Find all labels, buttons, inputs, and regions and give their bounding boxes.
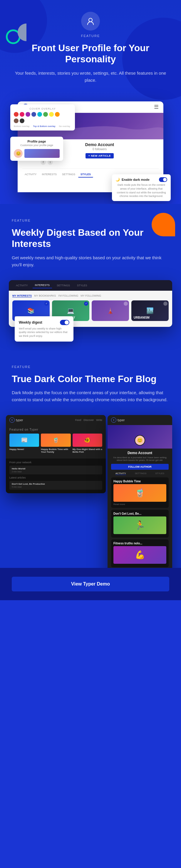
dark-phone-card-title-1: Happy Bubble Time — [113, 480, 166, 483]
colors-label: COVER OVERLAY — [14, 107, 71, 110]
tab-interests[interactable]: INTERESTS — [40, 172, 59, 178]
dark-phone-tabs: ACTIVITY SETTINGS STYLES — [111, 472, 169, 475]
dark-card-toggle-switch[interactable] — [159, 177, 167, 182]
dark-post-meta-2: 5 min read — [12, 486, 100, 488]
color-dot-dark[interactable] — [20, 119, 24, 123]
dark-post-title-2: Don't Get Lost, Be Productive — [12, 483, 100, 485]
floating-profile-preview: 😊 — [14, 149, 60, 158]
dark-network-title: From your network — [9, 461, 102, 464]
dark-nav-item-2[interactable]: Discover — [84, 418, 94, 422]
dark-follow-button[interactable]: FOLLOW AUTHOR — [111, 464, 169, 470]
color-dot-yellow[interactable] — [49, 112, 54, 117]
dark-article-title-1: Happy News! — [9, 448, 39, 451]
color-dot-pink[interactable] — [20, 112, 24, 117]
subtab-following[interactable]: I'M FOLLOWING — [58, 294, 78, 298]
dark-mockup-container: t typer Feed Discover Write Featured on … — [12, 415, 169, 568]
dark-phone-card-3: Fitness truths nolo... 💪 — [111, 539, 169, 567]
dark-phone-logo-text: typer — [118, 418, 125, 422]
tablet-tab-settings[interactable]: SETTINGS — [54, 283, 72, 288]
interest-card-travel[interactable]: 🗼 — [92, 301, 129, 321]
dark-laptop-header: t typer Feed Discover Write — [6, 415, 106, 425]
dark-nav-item-1[interactable]: Feed — [75, 418, 81, 422]
digest-card-desc: We'll email you weekly to share high-qua… — [19, 327, 69, 338]
overlay-opt2[interactable]: Top & Bottom overlay — [33, 125, 55, 128]
view-demo-button[interactable]: View Typer Demo — [12, 577, 169, 591]
dark-phone-tab-activity[interactable]: ACTIVITY — [116, 472, 126, 475]
dark-card-header: 🌙 Enable dark mode — [116, 177, 167, 182]
digest-card-title: Weekly digest — [19, 320, 42, 324]
interest-card-urbanism[interactable]: 🏙️ URBANISM — [131, 301, 169, 321]
subtab-my-bookmarks[interactable]: MY BOOKMARKS — [34, 294, 56, 298]
digest-subtabs: MY INTERESTS MY BOOKMARKS I'M FOLLOWING … — [12, 294, 169, 298]
dark-phone-name: Demo Account — [111, 451, 169, 455]
subtab-my-following[interactable]: MY FOLLOWING — [81, 294, 101, 298]
interest-label-urbanism: URBANISM — [134, 316, 150, 319]
overlay-opt1[interactable]: Bottom overlay — [14, 125, 29, 128]
tablet-header: ACTIVITY INTERESTS SETTINGS STYLES — [9, 280, 172, 291]
dark-article-1: 📰 Happy News! — [9, 434, 39, 453]
section-desc-digest: Get weekly news and high-quality stories… — [12, 254, 169, 268]
tablet-tab-styles[interactable]: STYLES — [74, 283, 90, 288]
dark-featured-title: Featured on Typer — [9, 428, 102, 431]
dark-article-img-3: 🐠 — [72, 434, 102, 447]
dark-phone-card-img-2: 🏃 — [113, 517, 166, 534]
floating-dark-mode-card: 🌙 Enable dark mode Dark mode puts the fo… — [112, 174, 171, 201]
dark-phone-card-img-1: 🧋 — [113, 484, 166, 502]
tab-settings[interactable]: SETTINGS — [60, 172, 78, 178]
dark-post-meta-1: 2 min read — [12, 471, 100, 473]
section-desc-profile: Your feeds, interests, stories you wrote… — [12, 70, 169, 84]
color-dot-green[interactable] — [43, 112, 48, 117]
dark-card-title: Enable dark mode — [122, 178, 150, 181]
dark-phone-header: t typer — [108, 415, 172, 425]
digest-card-header: Weekly digest — [19, 320, 69, 325]
dark-logo-text: typer — [16, 418, 23, 422]
section-profile: FEATURE Front User Profile for Your Pers… — [0, 0, 181, 204]
floating-digest-card: Weekly digest We'll email you weekly to … — [15, 316, 73, 342]
hamburger-icon[interactable]: ☰ — [154, 104, 159, 110]
section-dark: FEATURE True Dark Color Theme For Blog D… — [0, 350, 181, 568]
dark-card-desc: Dark mode puts the focus on the content … — [116, 183, 167, 198]
dark-phone-logo-icon: t — [111, 417, 116, 423]
dark-phone-card-desc-1: Read more — [113, 503, 166, 505]
dark-logo-icon: t — [9, 417, 15, 423]
dark-phone-tab-styles[interactable]: STYLES — [155, 472, 164, 475]
tablet-tab-interests[interactable]: INTERESTS — [33, 282, 52, 288]
interest-check-technology: ✓ — [84, 302, 88, 306]
overlay-opt3[interactable]: No overlay — [59, 125, 70, 128]
dark-featured: Featured on Typer 📰 Happy News! 🧋 Happy … — [6, 425, 106, 459]
dark-articles: 📰 Happy News! 🧋 Happy Bubble Time with Y… — [9, 434, 102, 453]
section-title-dark: True Dark Color Theme For Blog — [12, 373, 169, 384]
color-dot-indigo[interactable] — [31, 112, 36, 117]
dark-nav: Feed Discover Write — [75, 418, 102, 422]
dark-phone-desc: I'm described as a journalist but I have… — [111, 456, 169, 462]
color-dot-orange[interactable] — [55, 112, 60, 117]
interest-check-urbanism — [163, 302, 168, 306]
cta-section: View Typer Demo — [0, 568, 181, 600]
dark-latest-title: Latest articles — [9, 476, 102, 479]
color-dot-cyan[interactable] — [37, 112, 42, 117]
dark-article-title-2: Happy Bubble Time with Your Family — [41, 448, 70, 453]
digest-toggle-switch[interactable] — [60, 320, 69, 325]
new-article-button[interactable]: + NEW ARTICLE — [86, 153, 114, 158]
floating-profile-title: Profile page — [14, 140, 60, 143]
tablet-tab-activity[interactable]: ACTIVITY — [13, 283, 30, 288]
dark-nav-item-3[interactable]: Write — [96, 418, 102, 422]
color-dot-brown[interactable] — [14, 119, 19, 123]
dark-phone-hero: 😊 — [108, 425, 172, 448]
preview-banner — [24, 149, 60, 158]
tab-styles[interactable]: STYLES — [78, 172, 93, 178]
dark-laptop-mockup: t typer Feed Discover Write Featured on … — [6, 415, 106, 493]
subtab-my-interests[interactable]: MY INTERESTS — [12, 294, 32, 298]
tab-activity[interactable]: ACTIVITY — [22, 172, 39, 178]
dark-article-2: 🧋 Happy Bubble Time with Your Family — [41, 434, 70, 453]
deco-circle-gray — [18, 24, 35, 41]
section-digest: FEATURE Weekly Digest Based on Your Inte… — [0, 204, 181, 350]
color-dot-purple[interactable] — [26, 112, 30, 117]
preview-avatar: 😊 — [14, 149, 23, 158]
color-dot-red[interactable] — [14, 112, 19, 117]
floating-profile-card: Profile page Customize your profile page… — [10, 137, 63, 161]
dark-phone-card-title-3: Fitness truths nolo... — [113, 542, 166, 545]
dark-phone-tab-settings[interactable]: SETTINGS — [135, 472, 147, 475]
section-label-profile: FEATURE — [12, 34, 169, 38]
dark-logo: t typer — [9, 417, 23, 423]
